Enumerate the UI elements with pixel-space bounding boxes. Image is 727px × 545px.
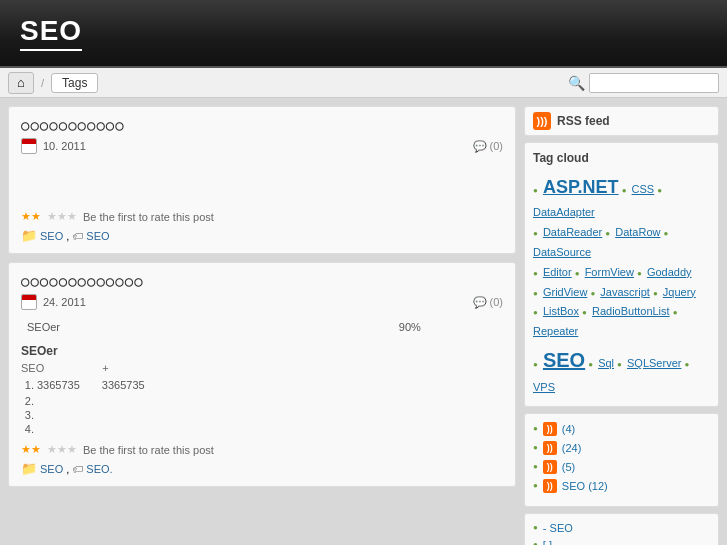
tag-datasource[interactable]: DataSource	[533, 246, 591, 258]
rss-sm-icon-2: ))	[543, 441, 557, 455]
dot-14: ●	[582, 308, 587, 317]
tag-javascript[interactable]: Javascript	[600, 286, 650, 298]
tag-datarow[interactable]: DataRow	[615, 226, 660, 238]
tag-css[interactable]: CSS	[632, 183, 655, 195]
folder-icon-2: 📁	[21, 461, 37, 476]
tag-datareader[interactable]: DataReader	[543, 226, 602, 238]
list-item-3: ● )) (5)	[533, 460, 710, 474]
dot-green-4: ●	[533, 481, 538, 490]
dot-4: ●	[533, 229, 538, 238]
post1-footer: ★★ ★★★ Be the first to rate this post	[21, 210, 503, 223]
search-icon: 🔍	[568, 75, 585, 91]
search-area: 🔍	[568, 73, 719, 93]
tag-sqlserver[interactable]: SQLServer	[627, 357, 681, 369]
tag-icon-2: 🏷	[72, 463, 83, 475]
sidebar-link-1[interactable]: - SEO	[543, 522, 573, 534]
home-button[interactable]: ⌂	[8, 72, 34, 94]
rss-link-2[interactable]: (24)	[562, 442, 582, 454]
table-cell-seoer: SEOer	[23, 320, 168, 334]
sidebar-link-2[interactable]: [ ]	[543, 539, 552, 545]
tag-sql[interactable]: Sql	[598, 357, 614, 369]
post2-tag-2[interactable]: SEO.	[86, 463, 112, 475]
tag-icon-1: 🏷	[72, 230, 83, 242]
tag-radiobuttonlist[interactable]: RadioButtonList	[592, 305, 670, 317]
post1-comments: 💬 (0)	[473, 140, 503, 153]
tag-cloud-box: Tag cloud ● ASP.NET ● CSS ● DataAdapter …	[524, 142, 719, 407]
nav-separator: /	[38, 77, 47, 89]
tag-repeater[interactable]: Repeater	[533, 325, 578, 337]
post2-title: ○○○○○○○○○○○○○	[21, 273, 503, 289]
navbar: ⌂ / Tags 🔍	[0, 68, 727, 98]
table-cell-empty	[170, 320, 393, 334]
tag-editor[interactable]: Editor	[543, 266, 572, 278]
dot-3: ●	[657, 186, 662, 195]
main-layout: ○○○○○○○○○○○ 10. 2011 💬 (0) ★★ ★★★ Be the…	[0, 98, 727, 545]
table-row: SEOer 90%	[23, 320, 501, 334]
tag-cloud-content: ● ASP.NET ● CSS ● DataAdapter ● DataRead…	[533, 171, 710, 398]
dot-18: ●	[617, 360, 622, 369]
tag-gridview[interactable]: GridView	[543, 286, 587, 298]
post2-comments: 💬 (0)	[473, 296, 503, 309]
dot-12: ●	[653, 289, 658, 298]
sidebar-links-box: ● - SEO ● [ ] ● CSS Div ● Sql ● ASP.NET	[524, 513, 719, 545]
post2-footer: ★★ ★★★ Be the first to rate this post	[21, 443, 503, 456]
tag-godaddy[interactable]: Godaddy	[647, 266, 692, 278]
tag-separator-2: ,	[66, 463, 69, 475]
post1-meta: 10. 2011 💬 (0)	[21, 138, 503, 154]
dot-link-1: ●	[533, 523, 538, 532]
rss-icon: )))	[533, 112, 551, 130]
sidebar: ))) RSS feed Tag cloud ● ASP.NET ● CSS ●…	[524, 106, 719, 545]
dot-1: ●	[533, 186, 538, 195]
post2-comment-count: (0)	[490, 296, 503, 308]
tag-formview[interactable]: FormView	[585, 266, 634, 278]
post2-tag-1[interactable]: SEO	[40, 463, 63, 475]
post1-body	[21, 162, 503, 202]
post1-tag-2[interactable]: SEO	[86, 230, 109, 242]
rss-link-1[interactable]: (4)	[562, 423, 575, 435]
dot-5: ●	[605, 229, 610, 238]
calendar-icon-1	[21, 138, 37, 154]
post1-title: ○○○○○○○○○○○	[21, 117, 503, 133]
dot-8: ●	[575, 269, 580, 278]
nav-tags-label[interactable]: Tags	[51, 73, 98, 93]
rss-label[interactable]: RSS feed	[557, 114, 610, 128]
tag-seo[interactable]: SEO	[543, 349, 585, 371]
dot-16: ●	[533, 360, 538, 369]
rss-link-4[interactable]: SEO (12)	[562, 480, 608, 492]
post1-rate-text: Be the first to rate this post	[83, 211, 214, 223]
dot-green-2: ●	[533, 443, 538, 452]
seoer-heading: SEOer	[21, 344, 503, 358]
post1-tag-1[interactable]: SEO	[40, 230, 63, 242]
search-input[interactable]	[589, 73, 719, 93]
numbered-list: 3365735 3365735	[21, 378, 503, 435]
tag-jquery[interactable]: Jquery	[663, 286, 696, 298]
tag-vps[interactable]: VPS	[533, 381, 555, 393]
dot-7: ●	[533, 269, 538, 278]
star-filled-2: ★★	[21, 443, 41, 456]
dot-13: ●	[533, 308, 538, 317]
tag-aspnet[interactable]: ASP.NET	[543, 177, 619, 197]
rss-sm-icon-3: ))	[543, 460, 557, 474]
rss-list-box: ● )) (4) ● )) (24) ● )) (5) ● )) SEO (12…	[524, 413, 719, 507]
content-area: ○○○○○○○○○○○ 10. 2011 💬 (0) ★★ ★★★ Be the…	[8, 106, 516, 545]
dot-17: ●	[588, 360, 593, 369]
star-filled-1: ★★	[21, 210, 41, 223]
list-item: 3365735 3365735	[37, 378, 503, 393]
list-item-1: ● )) (4)	[533, 422, 710, 436]
seo-description: SEO +	[21, 362, 503, 374]
post2-body: SEOer 90% SEOer SEO + 3365735 3365735	[21, 318, 503, 435]
rss-sm-icon-4: ))	[543, 479, 557, 493]
tag-separator-1: ,	[66, 230, 69, 242]
tag-dataadapter[interactable]: DataAdapter	[533, 206, 595, 218]
list-item	[37, 423, 503, 435]
post1-tags: 📁 SEO , 🏷 SEO	[21, 228, 503, 243]
post2-date: 24. 2011	[43, 296, 86, 308]
post2-table: SEOer 90%	[21, 318, 503, 336]
dot-9: ●	[637, 269, 642, 278]
rss-feed-bar: ))) RSS feed	[524, 106, 719, 136]
comment-icon-2: 💬	[473, 296, 487, 309]
rss-link-3[interactable]: (5)	[562, 461, 575, 473]
dot-19: ●	[684, 360, 689, 369]
post-card-1: ○○○○○○○○○○○ 10. 2011 💬 (0) ★★ ★★★ Be the…	[8, 106, 516, 254]
tag-listbox[interactable]: ListBox	[543, 305, 579, 317]
